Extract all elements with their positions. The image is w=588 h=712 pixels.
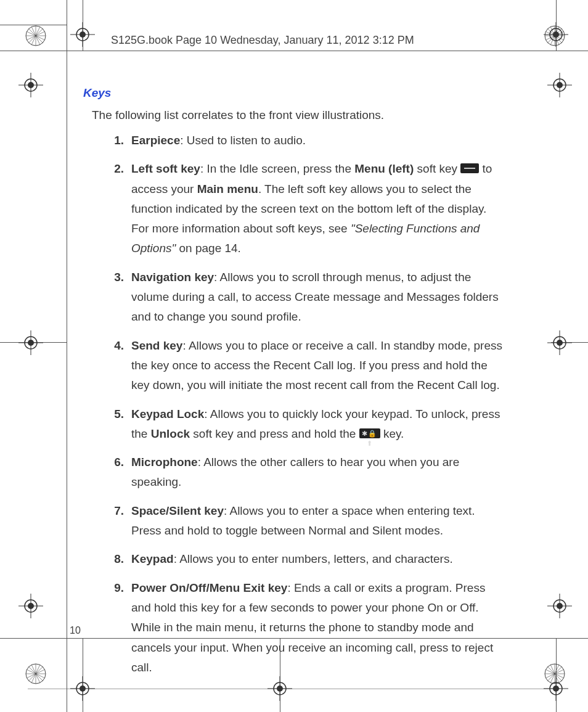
key-list: 1. Earpiece: Used to listen to audio. 2.…: [102, 131, 502, 677]
star-lock-key-icon: ✱🔒⬆: [359, 428, 380, 438]
crosshair-mark-icon: [544, 676, 568, 701]
crosshair-mark-icon: [547, 73, 572, 97]
item-number: 5.: [102, 404, 131, 444]
item-number: 7.: [102, 501, 131, 541]
section-title: Keys: [83, 86, 502, 100]
item-number: 9.: [102, 578, 131, 677]
item-number: 8.: [102, 549, 131, 569]
item-number: 3.: [102, 268, 131, 327]
item-number: 2.: [102, 159, 131, 258]
list-item: 4. Send key: Allows you to place or rece…: [102, 336, 502, 396]
page-content: Keys The following list correlates to th…: [83, 86, 502, 686]
page-number: 10: [70, 625, 81, 636]
list-item: 1. Earpiece: Used to listen to audio.: [102, 131, 502, 150]
crosshair-mark-icon: [18, 330, 43, 355]
crosshair-mark-icon: [547, 594, 572, 618]
crop-line-top: [0, 51, 588, 51]
registration-mark-icon: [25, 25, 47, 47]
page-header: S125G.book Page 10 Wednesday, January 11…: [111, 34, 414, 47]
list-item: 5. Keypad Lock: Allows you to quickly lo…: [102, 404, 502, 444]
item-number: 1.: [102, 131, 131, 150]
crosshair-mark-icon: [18, 594, 43, 618]
list-item: 9. Power On/Off/Menu Exit key: Ends a ca…: [102, 578, 502, 677]
list-item: 2. Left soft key: In the Idle screen, pr…: [102, 159, 502, 258]
crosshair-mark-icon: [70, 676, 95, 701]
intro-text: The following list correlates to the fro…: [92, 108, 502, 122]
list-item: 7. Space/Silent key: Allows you to enter…: [102, 501, 502, 541]
crop-line-bottom-2: [28, 689, 560, 689]
item-number: 4.: [102, 336, 131, 396]
list-item: 8. Keypad: Allows you to enter numbers, …: [102, 549, 502, 569]
crosshair-mark-icon: [544, 22, 568, 47]
crosshair-mark-icon: [70, 22, 95, 47]
crosshair-mark-icon: [18, 73, 43, 97]
crosshair-mark-icon: [267, 676, 292, 701]
crosshair-mark-icon: [547, 330, 572, 355]
item-number: 6.: [102, 452, 131, 493]
list-item: 6. Microphone: Allows the other callers …: [102, 452, 502, 493]
list-item: 3. Navigation key: Allows you to scroll …: [102, 268, 502, 327]
menu-key-icon: [460, 163, 479, 173]
crop-line-left: [67, 0, 67, 712]
registration-mark-icon: [25, 663, 47, 685]
